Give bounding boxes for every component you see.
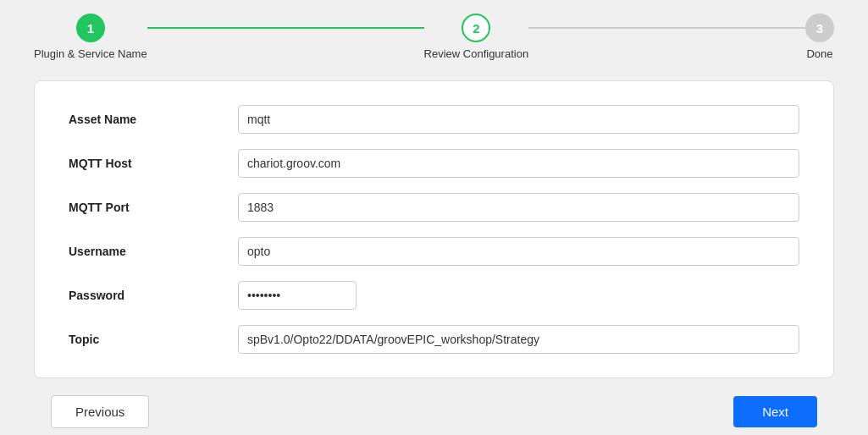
password-label: Password [69, 289, 238, 302]
footer: Previous Next [34, 395, 834, 428]
topic-input[interactable] [238, 325, 799, 354]
step-3-circle: 3 [805, 14, 834, 42]
username-row: Username [69, 237, 799, 266]
step-1-label: Plugin & Service Name [34, 47, 147, 60]
mqtt-port-input[interactable] [238, 193, 799, 222]
password-row: Password [69, 281, 799, 310]
asset-name-row: Asset Name [69, 105, 799, 134]
step-2-label: Review Configuration [424, 47, 529, 60]
asset-name-label: Asset Name [69, 113, 238, 126]
mqtt-host-row: MQTT Host [69, 149, 799, 178]
step-3-label: Done [806, 47, 832, 60]
step-2-circle: 2 [462, 14, 490, 42]
mqtt-port-label: MQTT Port [69, 201, 238, 214]
next-button[interactable]: Next [733, 396, 817, 427]
step-line-2-3 [528, 27, 805, 29]
step-3: 3 Done [805, 14, 834, 60]
configuration-card: Asset Name MQTT Host MQTT Port Username … [34, 80, 834, 378]
topic-label: Topic [69, 333, 238, 346]
username-label: Username [69, 245, 238, 258]
mqtt-host-label: MQTT Host [69, 157, 238, 170]
mqtt-host-input[interactable] [238, 149, 799, 178]
previous-button[interactable]: Previous [51, 395, 149, 428]
username-input[interactable] [238, 237, 799, 266]
topic-row: Topic [69, 325, 799, 354]
mqtt-port-row: MQTT Port [69, 193, 799, 222]
step-line-1-2 [147, 27, 424, 29]
password-input[interactable] [238, 281, 357, 310]
asset-name-input[interactable] [238, 105, 799, 134]
stepper: 1 Plugin & Service Name 2 Review Configu… [34, 14, 834, 60]
step-1: 1 Plugin & Service Name [34, 14, 147, 60]
step-1-circle: 1 [76, 14, 105, 42]
step-2: 2 Review Configuration [424, 14, 529, 60]
